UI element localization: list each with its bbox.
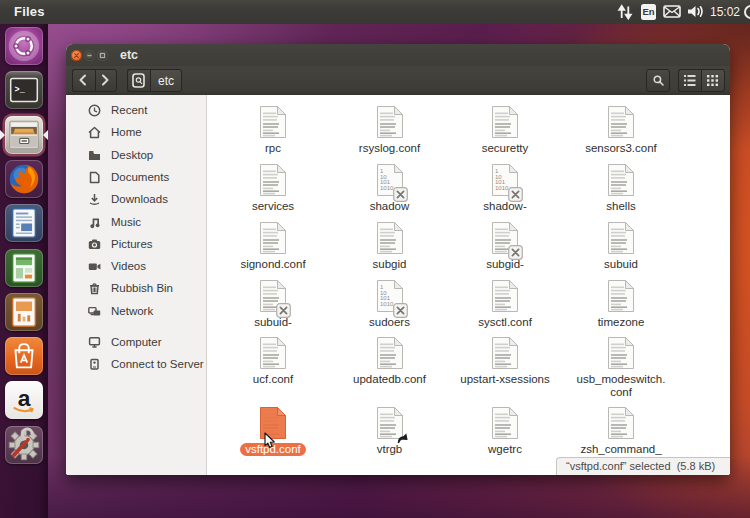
svg-text:1010: 1010 xyxy=(495,185,509,191)
svg-text:1010: 1010 xyxy=(380,185,394,191)
svg-text:1010: 1010 xyxy=(380,300,394,306)
svg-text:a: a xyxy=(18,385,31,411)
svg-text:>_: >_ xyxy=(15,85,26,95)
